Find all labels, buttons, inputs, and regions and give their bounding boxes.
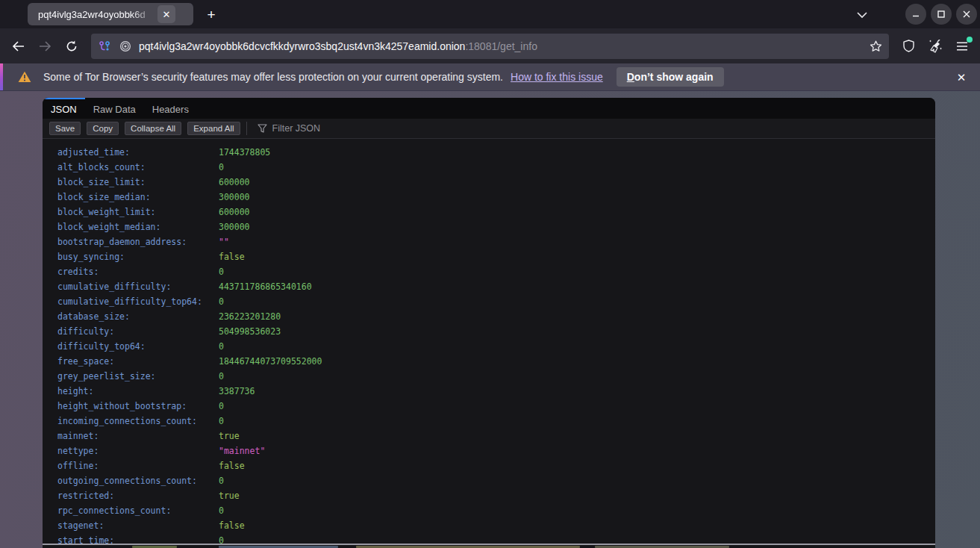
- onion-site-security-icon[interactable]: [118, 39, 133, 54]
- json-row: block_weight_median:300000: [57, 219, 935, 234]
- json-value: 0: [219, 162, 224, 172]
- json-key: restricted:: [57, 491, 219, 501]
- json-viewer-tabstrip: JSON Raw Data Headers: [43, 98, 935, 119]
- json-viewer-panel: JSON Raw Data Headers Save Copy Collapse…: [43, 98, 935, 544]
- json-value: 0: [219, 535, 224, 544]
- json-row: height:3387736: [57, 384, 935, 399]
- json-key: incoming_connections_count:: [57, 416, 219, 426]
- json-value: "mainnet": [219, 446, 265, 456]
- json-value: false: [219, 461, 245, 471]
- save-button[interactable]: Save: [49, 122, 81, 135]
- url-text: pqt4ivlg3a2wr4oyobbk6dcvcfkkdyrwro3sbq2u…: [139, 40, 862, 52]
- json-row: busy_syncing:false: [57, 249, 935, 264]
- json-row: block_weight_limit:600000: [57, 205, 935, 219]
- window-maximize-button[interactable]: [931, 4, 952, 25]
- browser-tab[interactable]: pqt4ivlg3a2wr4oyobbk6d ✕: [28, 3, 193, 25]
- how-to-fix-link[interactable]: How to fix this issue: [511, 71, 603, 83]
- tab-close-icon[interactable]: ✕: [157, 5, 175, 23]
- json-row: restricted:true: [57, 488, 935, 503]
- json-row: offline:false: [57, 458, 935, 473]
- json-value: false: [219, 252, 245, 262]
- json-value: 300000: [219, 222, 250, 232]
- browser-titlebar: pqt4ivlg3a2wr4oyobbk6d ✕ +: [0, 0, 980, 28]
- json-key: rpc_connections_count:: [57, 505, 219, 516]
- json-row: adjusted_time:1744378805: [57, 145, 935, 160]
- json-key: offline:: [57, 461, 219, 471]
- json-key: cumulative_difficulty:: [57, 281, 219, 292]
- back-button[interactable]: [6, 34, 30, 58]
- json-value: 443711786865340160: [219, 281, 312, 292]
- json-value: 1744378805: [219, 147, 270, 158]
- window-minimize-button[interactable]: [905, 4, 926, 25]
- json-row: mainnet:true: [57, 429, 935, 443]
- json-row: outgoing_connections_count:0: [57, 473, 935, 488]
- collapse-all-button[interactable]: Collapse All: [125, 122, 181, 135]
- json-key: block_size_median:: [57, 192, 219, 202]
- json-row: rpc_connections_count:0: [57, 503, 935, 518]
- json-key: alt_blocks_count:: [57, 162, 219, 172]
- expand-all-button[interactable]: Expand All: [187, 122, 240, 135]
- warning-triangle-icon: [18, 71, 31, 83]
- notification-accent-stripe: [0, 63, 3, 90]
- tab-title: pqt4ivlg3a2wr4oyobbk6d: [38, 9, 157, 20]
- json-value: 600000: [219, 207, 250, 217]
- json-row: alt_blocks_count:0: [57, 160, 935, 175]
- security-notification-bar: Some of Tor Browser’s security features …: [0, 63, 980, 91]
- json-row: difficulty:504998536023: [57, 324, 935, 339]
- filter-json-input[interactable]: [272, 123, 496, 134]
- dont-show-again-button[interactable]: Don’t show again: [617, 67, 724, 87]
- notification-message: Some of Tor Browser’s security features …: [43, 71, 503, 83]
- json-row: start_time:0: [57, 533, 935, 544]
- json-entries: adjusted_time:1744378805alt_blocks_count…: [43, 139, 935, 544]
- json-key: outgoing_connections_count:: [57, 476, 219, 486]
- tab-headers[interactable]: Headers: [144, 98, 197, 119]
- json-key: bootstrap_daemon_address:: [57, 237, 219, 247]
- navigation-toolbar: pqt4ivlg3a2wr4oyobbk6dcvcfkkdyrwro3sbq2u…: [0, 28, 980, 63]
- tab-raw-data[interactable]: Raw Data: [85, 98, 144, 119]
- json-key: block_size_limit:: [57, 177, 219, 187]
- json-value: 0: [219, 416, 224, 426]
- json-key: stagenet:: [57, 520, 219, 531]
- json-row: free_space:18446744073709552000: [57, 354, 935, 369]
- json-row: database_size:236223201280: [57, 309, 935, 324]
- json-key: difficulty_top64:: [57, 341, 219, 352]
- json-value: "": [219, 237, 229, 247]
- json-row: block_size_median:300000: [57, 190, 935, 205]
- forward-button[interactable]: [33, 34, 57, 58]
- json-row: block_size_limit:600000: [57, 175, 935, 190]
- json-key: block_weight_limit:: [57, 207, 219, 217]
- json-key: height_without_bootstrap:: [57, 401, 219, 411]
- menu-notification-dot: [967, 37, 973, 43]
- json-value: 0: [219, 267, 224, 277]
- window-close-button[interactable]: [956, 4, 977, 25]
- json-value: 0: [219, 505, 224, 516]
- json-row: height_without_bootstrap:0: [57, 399, 935, 414]
- json-value: 600000: [219, 177, 250, 187]
- json-row: difficulty_top64:0: [57, 339, 935, 354]
- json-value: false: [219, 520, 245, 531]
- new-tab-button[interactable]: +: [202, 5, 221, 25]
- new-identity-broom-icon[interactable]: [923, 34, 947, 58]
- json-value: 3387736: [219, 386, 255, 396]
- json-row: credits:0: [57, 264, 935, 279]
- bookmark-star-icon[interactable]: [868, 39, 883, 54]
- json-key: height:: [57, 386, 219, 396]
- json-value: 18446744073709552000: [219, 356, 322, 367]
- url-bar[interactable]: pqt4ivlg3a2wr4oyobbk6dcvcfkkdyrwro3sbq2u…: [91, 34, 889, 59]
- copy-button[interactable]: Copy: [87, 122, 119, 135]
- json-key: cumulative_difficulty_top64:: [57, 296, 219, 307]
- tab-json[interactable]: JSON: [43, 98, 85, 119]
- tor-circuit-icon[interactable]: [97, 39, 112, 54]
- toolbar-divider: [246, 122, 247, 135]
- list-all-tabs-chevron-icon[interactable]: [852, 5, 872, 25]
- json-key: adjusted_time:: [57, 147, 219, 158]
- json-row: cumulative_difficulty_top64:0: [57, 294, 935, 309]
- reload-button[interactable]: [60, 34, 84, 58]
- json-row: stagenet:false: [57, 518, 935, 533]
- json-row: nettype:"mainnet": [57, 443, 935, 458]
- shield-icon[interactable]: [896, 34, 920, 58]
- json-row: grey_peerlist_size:0: [57, 369, 935, 384]
- hamburger-menu-icon[interactable]: [950, 34, 974, 58]
- json-value: 0: [219, 401, 224, 411]
- notification-close-icon[interactable]: ✕: [953, 69, 970, 86]
